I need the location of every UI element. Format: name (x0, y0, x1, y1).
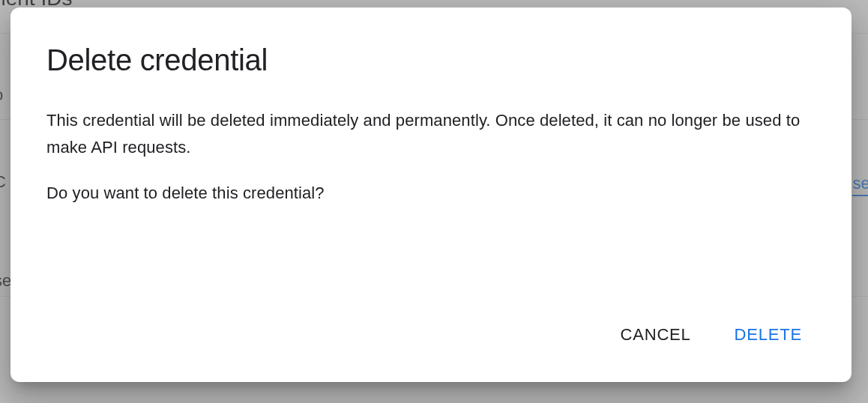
delete-credential-dialog: Delete credential This credential will b… (10, 7, 852, 382)
delete-button[interactable]: DELETE (732, 319, 805, 351)
cancel-button[interactable]: CANCEL (618, 319, 694, 351)
dialog-actions: CANCEL DELETE (46, 319, 816, 355)
dialog-title: Delete credential (46, 43, 816, 77)
dialog-body: This credential will be deleted immediat… (46, 107, 816, 319)
dialog-question: Do you want to delete this credential? (46, 180, 816, 207)
dialog-description: This credential will be deleted immediat… (46, 107, 816, 162)
